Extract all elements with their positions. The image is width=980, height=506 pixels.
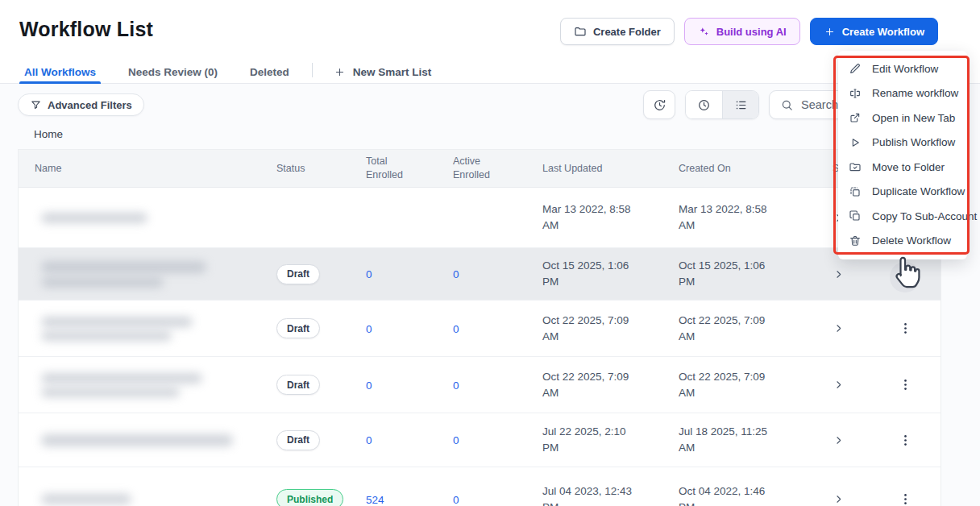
plus-icon xyxy=(334,66,346,78)
kebab-menu-button[interactable] xyxy=(893,372,918,397)
tab-all-workflows[interactable]: All Workflows xyxy=(24,60,96,83)
page-header: Workflow List Create Folder Build using … xyxy=(0,0,980,60)
last-updated-value-cell: Mar 13 2022, 8:58 AM xyxy=(542,201,679,233)
menu-item-publish-workflow[interactable]: Publish Workflow xyxy=(838,131,967,156)
create-folder-label: Create Folder xyxy=(593,26,661,38)
status-cell: Draft xyxy=(276,430,366,450)
workflow-name-blurred xyxy=(19,373,276,397)
last-updated-value-cell: Oct 22 2025, 7:09 AM xyxy=(542,369,679,400)
menu-item-open-in-new-tab[interactable]: Open in New Tab xyxy=(838,106,967,131)
created-on-value: Oct 22 2025, 7:09 AM xyxy=(679,369,779,400)
created-on-value: Oct 15 2025, 1:06 PM xyxy=(679,258,779,289)
row-actions-cell xyxy=(870,262,941,287)
header-created-on: Created On xyxy=(679,163,820,174)
menu-item-move-to-folder[interactable]: Move to Folder xyxy=(838,155,967,180)
total-enrolled-link[interactable]: 0 xyxy=(366,323,372,335)
trash-icon xyxy=(849,234,862,247)
total-enrolled-link-cell: 0 xyxy=(366,267,453,281)
active-enrolled-link[interactable]: 0 xyxy=(453,380,459,392)
active-enrolled-link-cell: 0 xyxy=(453,321,542,336)
created-on-value: Mar 13 2022, 8:58 AM xyxy=(679,201,779,233)
create-workflow-label: Create Workflow xyxy=(842,26,924,38)
create-workflow-button[interactable]: Create Workflow xyxy=(810,18,938,45)
active-enrolled-link[interactable]: 0 xyxy=(453,268,459,280)
active-enrolled-link[interactable]: 0 xyxy=(453,494,459,506)
stats-cell xyxy=(820,434,870,446)
advanced-filters-button[interactable]: Advanced Filters xyxy=(18,93,144,116)
created-on-value-cell: Jul 18 2025, 11:25 AM xyxy=(679,424,820,455)
expand-row-button[interactable] xyxy=(833,493,845,505)
expand-row-button[interactable] xyxy=(833,379,845,391)
toolbar: Advanced Filters xyxy=(18,90,940,119)
created-on-value-cell: Oct 22 2025, 7:09 AM xyxy=(679,313,820,344)
total-enrolled-link[interactable]: 0 xyxy=(366,268,372,280)
menu-item-copy-to-sub-account[interactable]: Copy To Sub-Account xyxy=(838,204,967,229)
tab-deleted[interactable]: Deleted xyxy=(250,60,289,83)
sparkles-icon xyxy=(698,26,710,38)
menu-item-duplicate-workflow[interactable]: Duplicate Workflow xyxy=(838,180,967,205)
active-enrolled-link[interactable]: 0 xyxy=(453,434,459,446)
history-button[interactable] xyxy=(643,90,675,119)
table-row[interactable]: Published5240Jul 04 2023, 12:43 PMOct 04… xyxy=(19,467,941,506)
active-enrolled-link[interactable]: 0 xyxy=(453,323,459,335)
status-badge: Draft xyxy=(276,264,320,284)
table-row[interactable]: Draft00Oct 22 2025, 7:09 AMOct 22 2025, … xyxy=(19,356,941,413)
new-smart-list-button[interactable]: New Smart List xyxy=(334,60,432,83)
total-enrolled-link-cell: 0 xyxy=(366,433,453,447)
table-row[interactable]: Mar 13 2022, 8:58 AMMar 13 2022, 8:58 AM xyxy=(19,188,941,247)
menu-item-label: Copy To Sub-Account xyxy=(872,210,977,222)
play-icon xyxy=(849,136,862,149)
expand-row-button[interactable] xyxy=(833,322,845,334)
breadcrumb[interactable]: Home xyxy=(34,128,63,140)
tab-needs-review[interactable]: Needs Review (0) xyxy=(128,60,218,83)
folder-move-icon xyxy=(849,160,862,173)
recent-view-button[interactable] xyxy=(686,91,722,118)
build-using-ai-button[interactable]: Build using AI xyxy=(684,18,800,45)
kebab-menu-button[interactable] xyxy=(893,428,918,453)
stats-cell xyxy=(820,268,870,280)
total-enrolled-link-cell: 0 xyxy=(366,321,453,336)
menu-item-delete-workflow[interactable]: Delete Workflow xyxy=(838,229,967,254)
header-actions: Create Folder Build using AI Create Work… xyxy=(560,18,938,45)
status-cell: Draft xyxy=(276,264,366,284)
total-enrolled-link-cell: 0 xyxy=(366,378,453,392)
table-row[interactable]: Draft00Oct 15 2025, 1:06 PMOct 15 2025, … xyxy=(19,247,941,300)
total-enrolled-link[interactable]: 0 xyxy=(366,434,372,446)
table-row[interactable]: Draft00Jul 22 2025, 2:10 PMJul 18 2025, … xyxy=(19,413,941,467)
status-badge: Draft xyxy=(276,375,320,395)
menu-item-label: Move to Folder xyxy=(872,161,945,173)
new-smart-list-label: New Smart List xyxy=(353,66,432,78)
last-updated-value-cell: Jul 04 2023, 12:43 PM xyxy=(542,483,679,506)
expand-row-button[interactable] xyxy=(833,434,845,446)
create-folder-button[interactable]: Create Folder xyxy=(560,18,675,45)
total-enrolled-link[interactable]: 524 xyxy=(366,494,384,506)
status-cell: Draft xyxy=(276,318,366,338)
kebab-menu-button[interactable] xyxy=(893,262,918,287)
list-view-button[interactable] xyxy=(722,91,758,118)
status-badge: Draft xyxy=(276,318,320,338)
table-row[interactable]: Draft00Oct 22 2025, 7:09 AMOct 22 2025, … xyxy=(19,300,941,356)
header-total-enrolled: Total Enrolled xyxy=(366,155,453,182)
kebab-menu-button[interactable] xyxy=(893,316,918,341)
search-icon xyxy=(780,98,794,112)
menu-item-edit-workflow[interactable]: Edit Workflow xyxy=(838,56,967,81)
workflow-name-blurred xyxy=(19,317,276,341)
copy-icon xyxy=(849,209,862,222)
history-icon xyxy=(653,98,666,112)
list-icon xyxy=(734,98,748,112)
total-enrolled-link[interactable]: 0 xyxy=(366,380,372,392)
expand-row-button[interactable] xyxy=(833,268,845,280)
rename-icon xyxy=(849,87,862,100)
active-enrolled-link-cell: 0 xyxy=(453,267,542,281)
created-on-value-cell: Oct 15 2025, 1:06 PM xyxy=(679,258,820,289)
duplicate-icon xyxy=(849,185,862,198)
kebab-menu-button[interactable] xyxy=(893,487,918,506)
row-actions-cell xyxy=(870,372,941,397)
last-updated-value: Mar 13 2022, 8:58 AM xyxy=(542,201,642,233)
header-last-updated: Last Updated xyxy=(542,163,679,174)
menu-item-rename-workflow[interactable]: Rename workflow xyxy=(838,81,967,106)
total-enrolled-link-cell: 524 xyxy=(366,492,453,506)
folder-icon xyxy=(574,25,587,38)
menu-item-label: Publish Workflow xyxy=(872,136,955,148)
menu-item-label: Duplicate Workflow xyxy=(872,185,965,197)
